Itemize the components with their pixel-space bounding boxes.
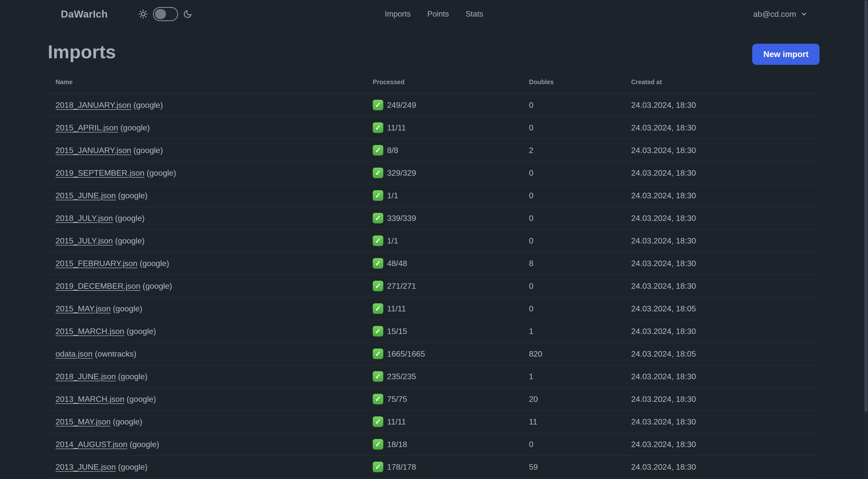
sun-icon <box>138 9 148 19</box>
check-mark-icon: ✓ <box>373 213 383 223</box>
nav-link-imports[interactable]: Imports <box>385 9 411 19</box>
doubles-count: 0 <box>529 214 631 223</box>
import-file-link[interactable]: 2018_JUNE.json <box>56 372 116 381</box>
theme-toggle-group <box>138 7 192 21</box>
created-at: 24.03.2024, 18:30 <box>631 394 819 404</box>
import-file-link[interactable]: 2015_JULY.json <box>56 236 113 245</box>
import-source-label: (owntracks) <box>95 349 136 358</box>
processed-count: 75/75 <box>387 394 407 404</box>
nav-link-stats[interactable]: Stats <box>465 9 483 19</box>
main-nav: Imports Points Stats <box>385 0 483 28</box>
table-row: 2018_JANUARY.json (google) ✓ 249/249 0 2… <box>48 94 819 117</box>
page-title: Imports <box>48 43 116 61</box>
import-file-link[interactable]: 2015_FEBRUARY.json <box>56 259 137 268</box>
check-mark-icon: ✓ <box>373 371 383 382</box>
check-mark-icon: ✓ <box>373 236 383 246</box>
created-at: 24.03.2024, 18:30 <box>631 372 819 381</box>
created-at: 24.03.2024, 18:30 <box>631 123 819 132</box>
check-mark-icon: ✓ <box>373 122 383 133</box>
import-file-link[interactable]: 2019_SEPTEMBER.json <box>56 169 145 177</box>
doubles-count: 0 <box>529 236 631 245</box>
import-source-label: (google) <box>147 169 176 177</box>
import-source-label: (google) <box>133 146 163 155</box>
doubles-count: 59 <box>529 462 631 472</box>
import-source-label: (google) <box>127 394 156 403</box>
import-file-link[interactable]: 2013_JUNE.json <box>56 462 116 472</box>
import-source-label: (google) <box>115 214 145 223</box>
nav-link-points[interactable]: Points <box>427 9 449 19</box>
doubles-count: 0 <box>529 304 631 313</box>
processed-count: 48/48 <box>387 259 407 268</box>
table-row: 2015_APRIL.json (google) ✓ 11/11 0 24.03… <box>48 117 819 139</box>
import-source-label: (google) <box>140 259 169 268</box>
check-mark-icon: ✓ <box>373 258 383 269</box>
table-row: 2015_MAY.json (google) ✓ 11/11 11 24.03.… <box>48 411 819 433</box>
doubles-count: 1 <box>529 372 631 381</box>
vertical-scrollbar[interactable] <box>864 0 868 479</box>
user-email: ab@cd.com <box>753 9 796 19</box>
processed-count: 271/271 <box>387 281 416 291</box>
import-source-label: (google) <box>118 191 148 200</box>
import-source-label: (google) <box>127 327 156 336</box>
created-at: 24.03.2024, 18:30 <box>631 146 819 155</box>
created-at: 24.03.2024, 18:30 <box>631 462 819 472</box>
import-file-link[interactable]: 2013_MARCH.json <box>56 394 124 403</box>
import-file-link[interactable]: 2018_JULY.json <box>56 214 113 223</box>
import-file-link[interactable]: 2018_JANUARY.json <box>56 100 131 110</box>
new-import-button[interactable]: New import <box>752 44 819 65</box>
check-mark-icon: ✓ <box>373 145 383 155</box>
import-file-link[interactable]: 2019_DECEMBER.json <box>56 281 141 291</box>
doubles-count: 0 <box>529 191 631 200</box>
import-file-link[interactable]: 2015_APRIL.json <box>56 123 118 132</box>
processed-count: 8/8 <box>387 146 398 155</box>
table-row: 2015_JULY.json (google) ✓ 1/1 0 24.03.20… <box>48 230 819 252</box>
import-file-link[interactable]: 2015_MARCH.json <box>56 327 124 336</box>
created-at: 24.03.2024, 18:30 <box>631 169 819 178</box>
check-mark-icon: ✓ <box>373 416 383 427</box>
processed-count: 1/1 <box>387 236 398 245</box>
imports-table: Name Processed Doubles Created at 2018_J… <box>48 79 819 479</box>
processed-count: 249/249 <box>387 100 416 110</box>
processed-count: 1/1 <box>387 191 398 200</box>
created-at: 24.03.2024, 18:30 <box>631 100 819 110</box>
table-row: 2013_MARCH.json (google) ✓ 75/75 20 24.0… <box>48 388 819 411</box>
scrollbar-thumb[interactable] <box>865 0 868 412</box>
user-menu[interactable]: ab@cd.com <box>753 9 808 19</box>
table-row: 2018_JUNE.json (google) ✓ 235/235 1 24.0… <box>48 365 819 388</box>
import-source-label: (google) <box>143 281 172 291</box>
navbar: DaWarIch Imports Points Stats ab@cd.com <box>0 0 868 28</box>
doubles-count: 0 <box>529 100 631 110</box>
import-source-label: (google) <box>133 100 163 110</box>
check-mark-icon: ✓ <box>373 190 383 201</box>
processed-count: 1665/1665 <box>387 349 425 359</box>
chevron-down-icon <box>800 10 808 18</box>
import-source-label: (google) <box>118 462 148 472</box>
doubles-count: 1 <box>529 327 631 336</box>
import-file-link[interactable]: odata.json <box>56 349 93 358</box>
created-at: 24.03.2024, 18:30 <box>631 281 819 291</box>
import-file-link[interactable]: 2015_MAY.json <box>56 417 111 426</box>
doubles-count: 0 <box>529 440 631 449</box>
import-source-label: (google) <box>113 417 142 426</box>
import-file-link[interactable]: 2015_JANUARY.json <box>56 146 131 155</box>
created-at: 24.03.2024, 18:30 <box>631 259 819 268</box>
table-row: 2015_JUNE.json (google) ✓ 1/1 0 24.03.20… <box>48 184 819 207</box>
doubles-count: 20 <box>529 394 631 404</box>
doubles-count: 11 <box>529 417 631 426</box>
processed-count: 329/329 <box>387 169 416 178</box>
theme-toggle[interactable] <box>153 7 178 21</box>
import-file-link[interactable]: 2014_AUGUST.json <box>56 440 127 449</box>
processed-count: 178/178 <box>387 462 416 472</box>
table-body: 2018_JANUARY.json (google) ✓ 249/249 0 2… <box>48 94 819 479</box>
moon-icon <box>183 9 192 19</box>
check-mark-icon: ✓ <box>373 439 383 450</box>
processed-count: 18/18 <box>387 440 407 449</box>
check-mark-icon: ✓ <box>373 100 383 110</box>
import-file-link[interactable]: 2015_JUNE.json <box>56 191 116 200</box>
check-mark-icon: ✓ <box>373 168 383 178</box>
import-file-link[interactable]: 2015_MAY.json <box>56 304 111 313</box>
app-logo[interactable]: DaWarIch <box>61 8 108 20</box>
check-mark-icon: ✓ <box>373 462 383 472</box>
table-row: 2019_SEPTEMBER.json (google) ✓ 329/329 0… <box>48 162 819 184</box>
check-mark-icon: ✓ <box>373 303 383 314</box>
